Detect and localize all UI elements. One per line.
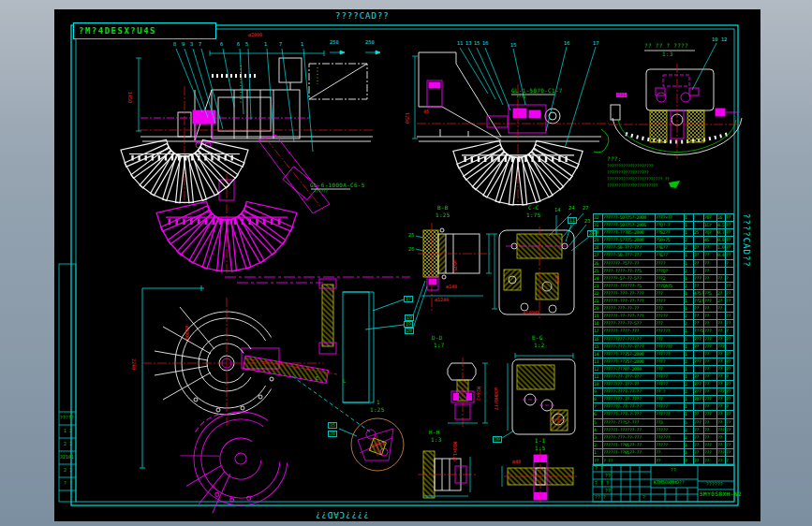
bom-cell-m: ?? [704, 381, 717, 387]
bom-cell-x: ?? [694, 373, 704, 380]
annotation-r: ø1240 [435, 298, 449, 302]
bom-cell-n: 23 [594, 283, 603, 289]
bom-cell-x: ?? [694, 442, 704, 448]
bom-cell-m: ?? [704, 313, 717, 319]
bom-cell-qty: 1 [685, 403, 694, 410]
cad-canvas[interactable]: ?M?4DESX?U4S ????CAD?? ????CAD?? ????CAD… [0, 0, 812, 526]
bom-cell-code: ??????-???-??-??? [603, 290, 656, 297]
detail-h-h [418, 451, 476, 498]
bom-cell-code: ???????-?5??-?? [603, 260, 656, 267]
bom-cell-qty: 1 [685, 351, 694, 358]
bom-cell-m: ??5 [704, 290, 717, 297]
annotation-tbb: 5MY0S8XH-N2 [700, 491, 742, 497]
view-plan [140, 277, 410, 468]
bom-cell-w2: ?? [726, 229, 733, 236]
bom-cell-m: ?? [704, 366, 717, 373]
bom-cell-x: ??? [694, 419, 704, 426]
bom-cell-x: ?? [694, 343, 704, 350]
bom-cell-w1: 2? [717, 290, 726, 297]
bom-cell-name: ????? [656, 381, 685, 387]
bom-cell-m: ?? [704, 320, 717, 327]
annotation-r: ø30H8/f7 [494, 387, 498, 410]
bom-cell-name: ?? [656, 457, 685, 464]
bom-cell-x [694, 214, 704, 221]
annotation-tb: ? ? [595, 466, 603, 471]
bom-cell-qty: 1 [685, 449, 694, 456]
bom-cell-qty: 1 [685, 260, 694, 267]
annotation-r: M10×1.5 [452, 442, 457, 461]
annotation-r: ø2000 [185, 326, 189, 340]
bom-cell-n: 29 [594, 237, 603, 243]
annotation-tb: ? [642, 495, 645, 500]
bom-cell-m: ?Q? [704, 229, 717, 236]
bom-cell-code: ??????-????-??? [603, 328, 656, 334]
bom-cell-w1 [717, 268, 726, 274]
annotation-cy: 1 [301, 42, 303, 48]
bom-cell-w2: ?? [726, 244, 733, 251]
annotation-cy: 15 [510, 43, 517, 49]
bom-cell-w2: ?? [726, 442, 733, 448]
bom-cell-name: ????? [656, 373, 685, 380]
annotation-gl: B-B [437, 205, 449, 211]
bom-row: 8????????-??-???????1?0????????? [594, 396, 733, 403]
bom-cell-w1: ??? [717, 427, 726, 433]
bom-cell-code: ??????-50?75?-2000 [603, 214, 656, 221]
bom-cell-name: ?????? [656, 411, 685, 417]
bom-row: 26???????-?5??-??????1????? [594, 260, 733, 268]
annotation-cy: 5 [245, 42, 248, 48]
bom-cell-name: ??SZ?? [656, 229, 685, 236]
bom-cell-code: ?????-???5?-??? [603, 419, 656, 426]
annotation-cy: 17 [593, 41, 599, 47]
annotation-n: ?????? [314, 190, 328, 195]
bom-cell-w2: ?? [726, 252, 733, 258]
annotation-r: ø140 [446, 285, 457, 289]
bom-cell-n: 16 [594, 336, 603, 343]
bom-cell-w1: 4.5 [717, 222, 726, 228]
bom-cell-name: ?? [656, 449, 685, 456]
bom-cell-qty: 2 [685, 237, 694, 243]
section-c-c [492, 213, 590, 318]
bom-cell-n: 14 [594, 351, 603, 358]
bom-cell-m: ?? [704, 403, 717, 410]
bom-cell-w1: ?? [717, 320, 726, 327]
bom-cell-n: 12 [594, 366, 603, 373]
annotation-n: ???????????????????????? ?? [607, 178, 670, 183]
bom-cell-name: ???? [656, 260, 685, 267]
bom-cell-code: ?????-???-??-5?? [603, 320, 656, 327]
bom-cell-w1: ?? [717, 275, 726, 282]
annotation-r: 1250 [405, 112, 409, 124]
annotation-gl: 1:2 [534, 343, 545, 348]
annotation-cy: 8 [173, 42, 176, 48]
annotation-gl: GL-6-1000A-C6-5 [310, 183, 365, 188]
bom-cell-code: ??????-???05-2000 [603, 229, 656, 236]
bom-cell-m: ?? [704, 373, 717, 380]
bom-cell-m: ?? [704, 275, 717, 282]
bom-cell-w2: ?? [726, 381, 733, 387]
bom-cell-name: ??? [656, 305, 685, 312]
annotation-g: 23 [584, 219, 591, 225]
bom-cell-x: ?0?? [694, 396, 704, 402]
bom-cell-x: ?? [694, 283, 704, 289]
bom-cell-w1: 16 [717, 214, 726, 221]
bom-table: 32??????-50?75?-2000????×??1?0?16??31???… [593, 213, 734, 457]
bom-cell-qty: 1 [685, 214, 694, 221]
bom-cell-x: ???5? [694, 328, 704, 334]
bom-cell-n: 19 [594, 313, 603, 319]
bom-cell-n: 25 [594, 268, 603, 274]
annotation-g: 24 [568, 206, 575, 212]
bom-cell-name: ???QA?5 [656, 283, 685, 289]
bom-cell-name: ??&?? [656, 244, 685, 251]
bom-cell-w2: ?? [726, 222, 733, 228]
bom-cell-m: ??? [704, 328, 717, 334]
bom-cell-qty: 1 [685, 373, 694, 380]
bom-cell-name: ????? [656, 442, 685, 448]
bom-cell-qty: 2 [685, 268, 694, 274]
bom-row: 20?????-???-??-?????1?????? [594, 305, 733, 313]
bom-cell-w2: ? [726, 260, 733, 267]
bom-cell-w2: ?? [726, 283, 733, 289]
bom-row: 21??????-???-??-???????1??2????2??? [594, 298, 733, 305]
annotation-rev: ????? [60, 416, 74, 420]
bom-cell-w1: ?? [717, 457, 726, 464]
annotation-pb: P31 [616, 93, 627, 97]
bom-cell-qty: 2 [685, 434, 694, 441]
